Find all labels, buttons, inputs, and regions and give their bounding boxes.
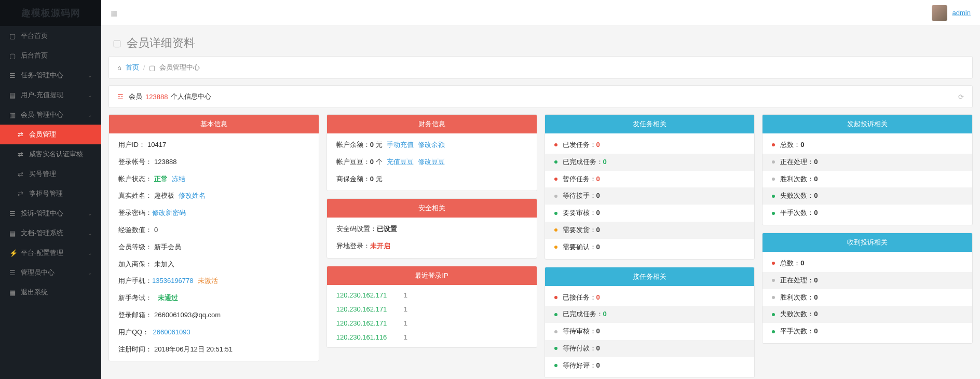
laptop-icon: ▢: [113, 37, 121, 49]
sidebar: 趣模板源码网 ▢平台首页▢后台首页☰任务-管理中心⌄▤用户-充值提现⌄▥会员-管…: [0, 0, 101, 379]
topup-bean-link[interactable]: 充值豆豆: [387, 157, 414, 168]
panel-header: ☲ 会员 123888 个人信息中心 ⟳: [108, 85, 973, 108]
nav-icon: ☰: [9, 269, 21, 277]
freeze-link[interactable]: 冻结: [172, 174, 185, 185]
breadcrumb: ⌂ 首页 / ▢ 会员管理中心: [108, 56, 973, 79]
nav-item[interactable]: ☰任务-管理中心⌄: [0, 65, 101, 85]
stat-value: 0: [603, 157, 607, 168]
stat-label: 暂停任务：: [563, 174, 596, 185]
home-icon: ⌂: [117, 64, 121, 72]
ip-count: 1: [404, 333, 407, 341]
stat-row: 胜利次数：0: [763, 289, 972, 306]
stat-value: 0: [596, 174, 600, 185]
nav-icon: ⇄: [18, 190, 29, 198]
finance-title: 财务信息: [327, 115, 537, 133]
nav-item[interactable]: ▤用户-充值提现⌄: [0, 85, 101, 105]
ip-value: 120.230.161.116: [336, 333, 404, 341]
topbar: ▦ admin: [101, 0, 980, 26]
nav-icon: ⇄: [18, 170, 29, 178]
dot-icon: [554, 313, 557, 316]
stat-value: 0: [814, 191, 818, 201]
ip-row: 120.230.161.1161: [327, 330, 537, 344]
stat-label: 已完成任务：: [563, 309, 603, 320]
basic-info-title: 基本信息: [109, 115, 319, 133]
nav-label: 后台首页: [21, 51, 48, 60]
nav-label: 投诉-管理中心: [21, 209, 63, 218]
menu-toggle-icon[interactable]: ▦: [111, 9, 117, 17]
ip-count: 1: [404, 291, 407, 299]
nav-item[interactable]: ▦退出系统: [0, 282, 101, 302]
nav-label: 买号管理: [29, 169, 56, 179]
stat-row: 失败次数：0: [763, 187, 972, 205]
edit-balance-link[interactable]: 修改余额: [418, 140, 445, 151]
stat-label: 需要发货：: [563, 225, 596, 236]
nav-item[interactable]: ☰管理员中心⌄: [0, 263, 101, 282]
stat-label: 失败次数：: [780, 309, 814, 320]
qq-link[interactable]: 2660061093: [153, 327, 190, 338]
nav-item[interactable]: ▤文档-管理系统⌄: [0, 223, 101, 243]
nav-label: 任务-管理中心: [21, 71, 63, 80]
stat-label: 等待好评：: [563, 360, 596, 371]
breadcrumb-home[interactable]: 首页: [126, 63, 139, 72]
stat-row: 平手次数：0: [763, 205, 972, 222]
nav-item[interactable]: ☰投诉-管理中心⌄: [0, 204, 101, 223]
stat-label: 失败次数：: [780, 191, 814, 201]
dot-icon: [554, 246, 557, 249]
nav-item[interactable]: ▢平台首页: [0, 26, 101, 46]
nav-label: 管理员中心: [21, 268, 55, 277]
stat-row: 总数：0: [763, 255, 972, 272]
basic-info-card: 基本信息 用户ID：10417 登录帐号：123888 帐户状态：正常冻结 真实…: [108, 114, 319, 361]
laptop-icon: ▢: [149, 64, 155, 72]
stat-value: 0: [596, 225, 600, 236]
ip-value: 120.230.162.171: [336, 291, 404, 299]
stat-label: 正在处理：: [780, 157, 814, 168]
chevron-down-icon: ⌄: [88, 112, 92, 118]
stat-row: 等待好评：0: [545, 357, 755, 374]
security-title: 安全相关: [327, 199, 537, 218]
dot-icon: [554, 143, 557, 146]
ip-count: 1: [404, 319, 407, 327]
dot-icon: [772, 262, 775, 265]
dot-icon: [772, 279, 775, 282]
nav-label: 威客实名认证审核: [29, 150, 83, 159]
chevron-down-icon: ⌄: [88, 231, 92, 236]
ip-row: 120.230.162.1711: [327, 316, 537, 330]
stat-value: 0: [814, 157, 818, 168]
dot-icon: [554, 347, 557, 350]
ip-value: 120.230.162.171: [336, 305, 404, 313]
sent-title: 发起投诉相关: [763, 115, 972, 133]
stat-label: 总数：: [780, 140, 800, 151]
stat-value: 0: [603, 309, 607, 320]
edit-bean-link[interactable]: 修改豆豆: [418, 157, 445, 168]
phone-link[interactable]: 13536196778: [152, 276, 194, 287]
dot-icon: [772, 143, 775, 146]
username-link[interactable]: admin: [952, 9, 971, 17]
nav-label: 会员管理: [29, 130, 56, 139]
nav-item[interactable]: ▥会员-管理中心⌄: [0, 105, 101, 125]
edit-name-link[interactable]: 修改姓名: [179, 191, 206, 201]
avatar[interactable]: [932, 5, 947, 21]
stat-row: 正在处理：0: [763, 154, 972, 171]
stat-value: 0: [596, 140, 600, 151]
stat-row: 暂停任务：0: [545, 171, 755, 188]
content-columns: 基本信息 用户ID：10417 登录帐号：123888 帐户状态：正常冻结 真实…: [101, 114, 980, 379]
accept-task-card: 接任务相关 已接任务：0已完成任务：0等待审核：0等待付款：0等待好评：0: [545, 267, 755, 378]
nav-list: ▢平台首页▢后台首页☰任务-管理中心⌄▤用户-充值提现⌄▥会员-管理中心⌄⇄会员…: [0, 26, 101, 302]
nav-item[interactable]: ⇄会员管理: [0, 125, 101, 144]
nav-icon: ⇄: [18, 151, 29, 158]
nav-item[interactable]: ⚡平台-配置管理⌄: [0, 243, 101, 263]
stat-row: 已完成任务：0: [545, 306, 755, 323]
edit-pwd-link[interactable]: 修改新密码: [152, 208, 186, 219]
manual-topup-link[interactable]: 手动充值: [387, 140, 414, 151]
nav-item[interactable]: ⇄威客实名认证审核: [0, 144, 101, 164]
stat-label: 平手次数：: [780, 208, 814, 219]
page-title: 会员详细资料: [127, 35, 195, 51]
nav-item[interactable]: ▢后台首页: [0, 46, 101, 65]
stat-label: 胜利次数：: [780, 292, 814, 303]
dot-icon: [772, 330, 775, 333]
ip-card: 最近登录IP 120.230.162.1711120.230.162.17111…: [326, 266, 537, 348]
nav-item[interactable]: ⇄掌柜号管理: [0, 184, 101, 204]
dot-icon: [772, 195, 775, 198]
nav-item[interactable]: ⇄买号管理: [0, 164, 101, 184]
refresh-icon[interactable]: ⟳: [958, 93, 964, 101]
